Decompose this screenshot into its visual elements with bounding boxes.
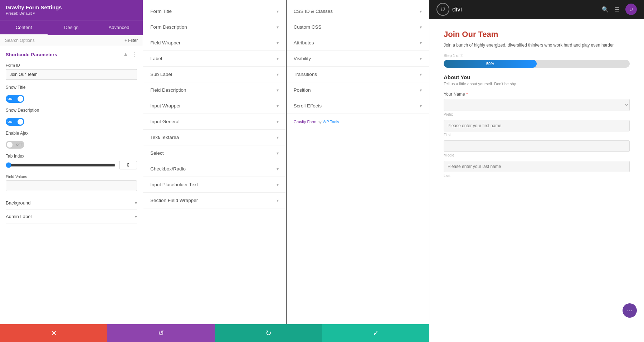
enable-ajax-row: Enable Ajax — [6, 131, 137, 136]
mid-item-field-desc[interactable]: Field Description ▾ — [143, 82, 286, 98]
mid-item-input-wrapper[interactable]: Input Wrapper ▾ — [143, 98, 286, 114]
search-bar: Search Options + Filter — [0, 35, 143, 46]
mid-custom-css-chevron: ▾ — [420, 25, 422, 30]
mid-item-text-textarea[interactable]: Text/Textarea ▾ — [143, 130, 286, 145]
mid-item-field-wrapper[interactable]: Field Wrapper ▾ — [143, 35, 286, 51]
form-id-select[interactable]: Join Our Team — [6, 69, 137, 80]
toggle-knob3 — [7, 142, 13, 148]
section-actions: ▲ ⋮ — [123, 51, 137, 58]
mid-position-chevron: ▾ — [420, 88, 422, 93]
step-info: Step 1 of 2 — [444, 53, 630, 58]
form-id-label: Form ID — [6, 63, 137, 67]
toggle-knob2 — [18, 119, 23, 125]
form-id-group: Form ID Join Our Team — [6, 63, 137, 80]
background-row[interactable]: Background ▾ — [6, 196, 137, 210]
mid-input-wrapper-label: Input Wrapper — [150, 103, 181, 109]
mid-select-chevron: ▾ — [277, 151, 279, 156]
admin-chevron: ▾ — [135, 214, 137, 219]
cancel-button[interactable]: ✕ — [0, 324, 107, 342]
divi-topbar-icons: 🔍 ☰ U — [602, 4, 637, 15]
mid-select-label: Select — [150, 150, 164, 156]
mid-item-form-title[interactable]: Form Title ▾ — [143, 4, 286, 19]
mid-item-label[interactable]: Label ▾ — [143, 51, 286, 67]
admin-label-row[interactable]: Admin Label ▾ — [6, 210, 137, 223]
show-title-row: Show Title — [6, 85, 137, 90]
mid-section-wrapper-chevron: ▾ — [277, 198, 279, 203]
section-header: Shortcode Parameters ▲ ⋮ — [6, 51, 137, 58]
last-name-input[interactable] — [444, 161, 630, 172]
mid-item-custom-css[interactable]: Custom CSS ▾ — [287, 19, 429, 35]
mid-text-textarea-label: Text/Textarea — [150, 135, 179, 140]
mid-visibility-chevron: ▾ — [420, 56, 422, 61]
mid-transitions-label: Transitions — [294, 72, 317, 77]
tab-index-label: Tab Index — [6, 154, 137, 159]
mid-item-placeholder[interactable]: Input Placeholder Text ▾ — [143, 177, 286, 193]
mid-field-wrapper-label: Field Wrapper — [150, 40, 181, 45]
tab-design[interactable]: Design — [48, 20, 95, 35]
middle-name-input[interactable] — [444, 140, 630, 152]
mid-gravity-link[interactable]: Gravity Form — [294, 120, 317, 124]
save-button[interactable]: ✓ — [322, 324, 429, 342]
mid-text-textarea-chevron: ▾ — [277, 135, 279, 140]
show-desc-toggle[interactable]: ON — [6, 118, 24, 126]
mid-field-desc-label: Field Description — [150, 87, 186, 93]
field-values-label: Field Values — [6, 174, 137, 179]
background-chevron: ▾ — [135, 201, 137, 206]
divi-logo-circle: D — [436, 3, 449, 16]
collapse-icon[interactable]: ▲ — [123, 51, 128, 58]
background-label: Background — [6, 200, 30, 206]
toggle-off-text: OFF — [16, 143, 23, 146]
mid-transitions-chevron: ▾ — [420, 72, 422, 77]
mid-field-wrapper-chevron: ▾ — [277, 40, 279, 45]
mid-item-visibility[interactable]: Visibility ▾ — [287, 51, 429, 67]
tab-index-input[interactable] — [119, 161, 137, 169]
user-avatar: U — [625, 4, 637, 15]
mid-sub-label-label: Sub Label — [150, 72, 172, 77]
tab-advanced[interactable]: Advanced — [95, 20, 143, 35]
mid-item-attributes[interactable]: Attributes ▾ — [287, 35, 429, 51]
mid-input-general-chevron: ▾ — [277, 119, 279, 124]
middle-sublabel: Middle — [444, 153, 630, 157]
chat-bubble[interactable]: ⋯ — [623, 303, 637, 318]
menu-icon[interactable]: ☰ — [615, 6, 620, 13]
prefix-select[interactable] — [444, 99, 630, 111]
more-icon[interactable]: ⋮ — [131, 51, 137, 58]
mid-item-form-desc[interactable]: Form Description ▾ — [143, 19, 286, 35]
admin-label: Admin Label — [6, 214, 31, 219]
undo-button[interactable]: ↺ — [107, 324, 215, 342]
mid-form-title-label: Form Title — [150, 9, 172, 14]
panel-header: Gravity Form Settings Preset: Default ▾ — [0, 0, 143, 20]
mid-css-chevron: ▾ — [420, 9, 422, 14]
first-name-input[interactable] — [444, 120, 630, 131]
field-values-input[interactable] — [6, 180, 137, 191]
mid-form-desc-label: Form Description — [150, 24, 187, 30]
redo-button[interactable]: ↻ — [215, 324, 322, 342]
mid-item-section-wrapper[interactable]: Section Field Wrapper ▾ — [143, 193, 286, 208]
toggle-on-text: ON — [8, 97, 13, 101]
mid-input-wrapper-chevron: ▾ — [277, 103, 279, 109]
mid-item-transitions[interactable]: Transitions ▾ — [287, 67, 429, 82]
mid-item-checkbox[interactable]: Checkbox/Radio ▾ — [143, 161, 286, 177]
mid-item-position[interactable]: Position ▾ — [287, 82, 429, 98]
progress-bar-inner: 50% — [444, 60, 537, 68]
enable-ajax-toggle[interactable]: OFF — [6, 141, 24, 149]
mid-item-sub-label[interactable]: Sub Label ▾ — [143, 67, 286, 82]
toggle-knob — [18, 96, 23, 102]
tab-index-slider[interactable] — [6, 162, 116, 168]
mid-item-scroll[interactable]: Scroll Effects ▾ — [287, 98, 429, 114]
filter-button[interactable]: + Filter — [125, 38, 138, 43]
preview-form-title: Join Our Team — [444, 30, 630, 39]
mid-item-input-general[interactable]: Input General ▾ — [143, 114, 286, 130]
mid-item-select[interactable]: Select ▾ — [143, 145, 286, 161]
mid-wp-tools-link[interactable]: WP Tools — [323, 120, 339, 124]
mid-label-chevron: ▾ — [277, 56, 279, 61]
panel-preset: Preset: Default ▾ — [6, 11, 137, 16]
progress-label: 50% — [486, 62, 494, 66]
show-title-label: Show Title — [6, 85, 25, 90]
mid-item-css[interactable]: CSS ID & Classes ▾ — [287, 4, 429, 19]
section-form-sub: Tell us a little about yourself. Don't b… — [444, 82, 630, 86]
show-title-toggle[interactable]: ON — [6, 95, 24, 103]
tab-content[interactable]: Content — [0, 20, 48, 35]
mid-attributes-label: Attributes — [294, 40, 314, 45]
search-icon[interactable]: 🔍 — [602, 6, 609, 13]
